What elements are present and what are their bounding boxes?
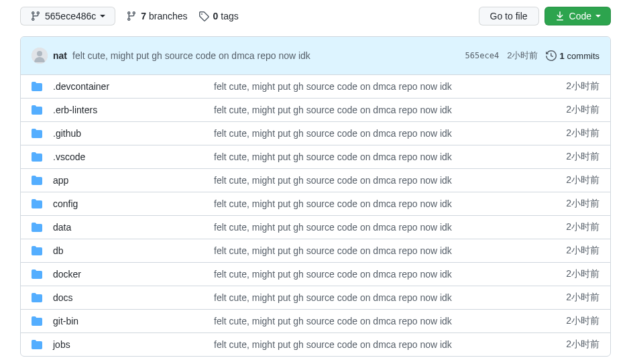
avatar-icon [32,48,48,64]
file-age: 2小时前 [566,339,599,351]
folder-icon [32,151,42,162]
file-commit-message[interactable]: felt cute, might put gh source code on d… [214,245,566,256]
file-age: 2小时前 [566,268,599,280]
file-listing-box: nat felt cute, might put gh source code … [20,36,611,357]
history-icon [546,50,557,61]
file-age: 2小时前 [566,104,599,116]
file-row: docsfelt cute, might put gh source code … [21,286,610,310]
file-row: datafelt cute, might put gh source code … [21,216,610,239]
code-label: Code [569,11,591,21]
file-row: jobsfelt cute, might put gh source code … [21,333,610,356]
file-name-cell: docs [53,292,214,303]
commit-message[interactable]: felt cute, might put gh source code on d… [72,50,310,61]
file-row: appfelt cute, might put gh source code o… [21,169,610,192]
branch-select-button[interactable]: 565ece486c [20,7,115,25]
file-age: 2小时前 [566,174,599,186]
branch-icon [30,11,41,21]
file-link[interactable]: docs [53,292,73,303]
go-to-file-button[interactable]: Go to file [479,7,539,25]
tag-icon [198,11,209,21]
file-commit-message[interactable]: felt cute, might put gh source code on d… [214,198,566,209]
file-row: dbfelt cute, might put gh source code on… [21,239,610,263]
code-button[interactable]: Code [544,7,611,25]
file-name-cell: app [53,175,214,186]
svg-point-1 [37,51,42,56]
branch-icon [126,11,137,21]
file-commit-message[interactable]: felt cute, might put gh source code on d… [214,339,566,350]
file-age: 2小时前 [566,245,599,257]
commits-count: 1 [559,51,564,61]
file-link[interactable]: jobs [53,339,70,350]
folder-icon [32,81,42,92]
file-commit-message[interactable]: felt cute, might put gh source code on d… [214,81,566,92]
file-link[interactable]: docker [53,269,81,280]
commit-author[interactable]: nat [53,50,67,61]
folder-icon [32,269,42,280]
file-commit-message[interactable]: felt cute, might put gh source code on d… [214,128,566,139]
download-icon [555,11,565,21]
file-name-cell: jobs [53,339,214,350]
file-age: 2小时前 [566,80,599,93]
file-name-cell: .github [53,128,214,139]
file-link[interactable]: .vscode [53,151,85,162]
file-commit-message[interactable]: felt cute, might put gh source code on d… [214,316,566,326]
file-name-cell: .erb-linters [53,105,214,115]
file-link[interactable]: data [53,222,71,233]
file-link[interactable]: .github [53,128,81,139]
file-commit-message[interactable]: felt cute, might put gh source code on d… [214,105,566,115]
branches-link[interactable]: 7 branches [126,11,187,21]
file-commit-message[interactable]: felt cute, might put gh source code on d… [214,222,566,233]
file-link[interactable]: .devcontainer [53,81,109,92]
file-link[interactable]: db [53,245,64,256]
commits-link[interactable]: 1 commits [546,50,599,61]
branch-name: 565ece486c [45,11,96,21]
file-name-cell: .devcontainer [53,81,214,92]
file-age: 2小时前 [566,315,599,327]
file-age: 2小时前 [566,127,599,139]
tags-count: 0 [213,11,219,21]
folder-icon [32,128,42,139]
file-age: 2小时前 [566,198,599,210]
file-name-cell: db [53,245,214,256]
commits-label: commits [567,51,599,61]
file-commit-message[interactable]: felt cute, might put gh source code on d… [214,292,566,303]
file-rows: .devcontainerfelt cute, might put gh sou… [21,75,610,356]
file-link[interactable]: git-bin [53,316,78,326]
file-name-cell: .vscode [53,151,214,162]
repo-toolbar: 565ece486c 7 branches 0 tags Go to file … [20,7,611,25]
file-commit-message[interactable]: felt cute, might put gh source code on d… [214,269,566,280]
file-row: .erb-lintersfelt cute, might put gh sour… [21,99,610,122]
file-row: .githubfelt cute, might put gh source co… [21,122,610,145]
avatar[interactable] [32,48,48,64]
file-age: 2小时前 [566,221,599,233]
folder-icon [32,245,42,256]
file-name-cell: docker [53,269,214,280]
file-commit-message[interactable]: felt cute, might put gh source code on d… [214,175,566,186]
file-age: 2小时前 [566,292,599,304]
file-age: 2小时前 [566,151,599,163]
file-name-cell: git-bin [53,316,214,326]
commit-meta: 565ece4 2小时前 1 commits [465,50,599,62]
file-commit-message[interactable]: felt cute, might put gh source code on d… [214,151,566,162]
caret-down-icon [595,15,601,17]
folder-icon [32,222,42,233]
file-link[interactable]: app [53,175,68,186]
file-link[interactable]: .erb-linters [53,105,97,115]
file-row: .devcontainerfelt cute, might put gh sou… [21,75,610,99]
folder-icon [32,175,42,186]
commit-sha[interactable]: 565ece4 [465,51,500,60]
file-row: configfelt cute, might put gh source cod… [21,192,610,216]
folder-icon [32,292,42,303]
toolbar-right: Go to file Code [479,7,612,25]
file-row: git-binfelt cute, might put gh source co… [21,310,610,333]
branches-count: 7 [141,11,146,21]
file-name-cell: data [53,222,214,233]
tags-link[interactable]: 0 tags [198,11,239,21]
file-link[interactable]: config [53,198,78,209]
folder-icon [32,339,42,350]
file-row: dockerfelt cute, might put gh source cod… [21,263,610,286]
tags-label: tags [221,11,238,21]
folder-icon [32,316,42,326]
commit-time: 2小时前 [507,50,538,62]
branches-label: branches [149,11,188,21]
